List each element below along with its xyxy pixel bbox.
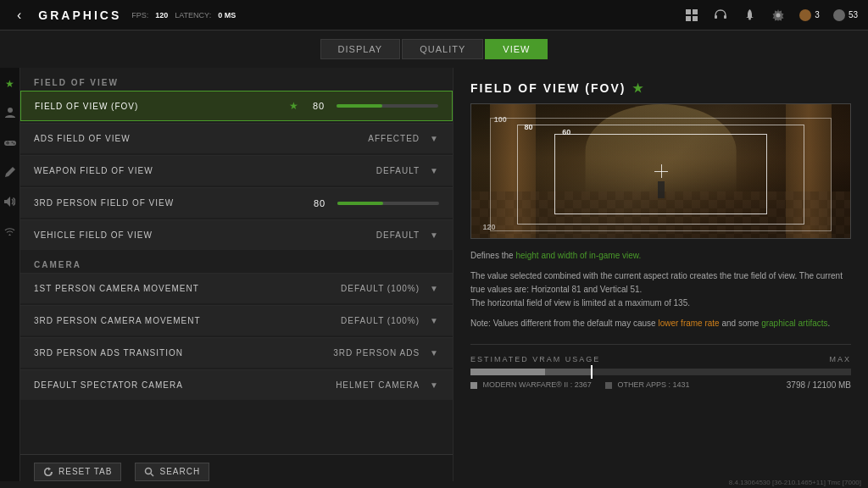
vram-section: ESTIMATED VRAM USAGE MAX MODERN WARFARE®…: [470, 344, 851, 390]
vehicle-fov-text: DEFAULT: [376, 230, 420, 240]
reset-tab-label: RESET TAB: [58, 467, 112, 476]
fov-label-80: 80: [525, 123, 533, 131]
lower-frame-rate-highlight: lower frame rate: [658, 319, 719, 328]
info-panel: FIELD OF VIEW (FOV) ★ 60 80 100 120 Defi…: [453, 68, 868, 481]
info-desc-1-highlight: height and width of in-game view.: [515, 251, 641, 260]
vram-other-label: OTHER APPS : 1431: [605, 380, 690, 390]
sidebar-icon-person[interactable]: [2, 103, 19, 125]
info-desc-3-post: .: [828, 319, 831, 328]
weapon-fov-row[interactable]: WEAPON FIELD OF VIEW DEFAULT ▼: [20, 155, 453, 186]
3p-camera-row[interactable]: 3RD PERSON CAMERA MOVEMENT DEFAULT (100%…: [20, 305, 453, 336]
svg-point-8: [799, 9, 811, 21]
notification-badge[interactable]: 3: [799, 9, 820, 21]
reset-icon: [43, 467, 53, 477]
version-text: 8.4.13064530 [36-210.1465+11] Tmc [7000]: [729, 479, 861, 486]
bell-icon[interactable]: [742, 8, 757, 23]
3p-ads-label: 3RD PERSON ADS TRANSITION: [34, 348, 333, 358]
info-desc-3-mid: and some: [720, 319, 761, 328]
sidebar-icon-star[interactable]: ★: [2, 75, 18, 93]
search-icon: [144, 467, 154, 477]
svg-point-14: [11, 141, 13, 143]
sidebar: ★: [0, 68, 20, 481]
tab-view[interactable]: VIEW: [485, 39, 548, 59]
svg-marker-17: [4, 197, 10, 207]
fov-slider-value: 80: [313, 101, 330, 111]
vram-bar: [470, 369, 851, 375]
svg-rect-0: [686, 9, 691, 14]
vram-labels: MODERN WARFARE® II : 2367 OTHER APPS : 1…: [470, 380, 851, 390]
ads-fov-row[interactable]: ADS FIELD OF VIEW AFFECTED ▼: [20, 123, 453, 153]
svg-marker-16: [5, 167, 15, 177]
vehicle-fov-arrow: ▼: [430, 230, 439, 240]
3p-ads-arrow: ▼: [430, 348, 439, 358]
weapon-fov-text: DEFAULT: [376, 166, 420, 175]
ads-fov-label: ADS FIELD OF VIEW: [34, 134, 368, 143]
topbar: ‹ GRAPHICS FPS: 120 LATENCY: 0 MS: [0, 0, 868, 30]
1p-camera-text: DEFAULT (100%): [341, 284, 420, 293]
fov-label-60: 60: [562, 128, 570, 136]
weapon-fov-label: WEAPON FIELD OF VIEW: [34, 166, 376, 175]
fov-slider-track[interactable]: [337, 104, 438, 108]
3p-camera-label: 3RD PERSON CAMERA MOVEMENT: [34, 316, 341, 325]
latency-value: 0 MS: [218, 11, 236, 19]
fov-main-row[interactable]: FIELD OF VIEW (FOV) ★ 80: [20, 91, 453, 121]
sidebar-icon-controller[interactable]: [1, 135, 19, 153]
tab-display[interactable]: DISPLAY: [320, 39, 401, 59]
1p-camera-row[interactable]: 1ST PERSON CAMERA MOVEMENT DEFAULT (100%…: [20, 273, 453, 303]
friend-badge[interactable]: 53: [833, 9, 858, 21]
svg-point-6: [748, 17, 751, 19]
tab-quality[interactable]: QUALITY: [402, 39, 483, 59]
3p-fov-track[interactable]: [337, 202, 439, 205]
weapon-fov-arrow: ▼: [430, 166, 439, 175]
gear-icon[interactable]: [771, 8, 786, 23]
topbar-left: ‹ GRAPHICS FPS: 120 LATENCY: 0 MS: [10, 4, 236, 26]
3p-fov-fill: [337, 202, 383, 205]
ads-fov-value: AFFECTED ▼: [368, 134, 439, 143]
3p-fov-row[interactable]: 3RD PERSON FIELD OF VIEW 80: [20, 187, 453, 218]
svg-point-9: [833, 9, 845, 21]
info-desc-3: Note: Values different from the default …: [470, 317, 851, 330]
headset-icon[interactable]: [713, 8, 728, 23]
vehicle-fov-row[interactable]: VEHICLE FIELD OF VIEW DEFAULT ▼: [20, 219, 453, 250]
3p-ads-row[interactable]: 3RD PERSON ADS TRANSITION 3RD PERSON ADS…: [20, 337, 453, 368]
main-content: ★: [0, 68, 868, 481]
3p-fov-num: 80: [314, 198, 331, 208]
1p-camera-arrow: ▼: [430, 284, 439, 293]
vehicle-fov-label: VEHICLE FIELD OF VIEW: [34, 230, 376, 240]
fov-slider-container[interactable]: 80: [313, 101, 438, 111]
spectator-cam-arrow: ▼: [430, 380, 439, 390]
grid-icon[interactable]: [684, 8, 699, 23]
3p-camera-arrow: ▼: [430, 316, 439, 325]
reset-tab-button[interactable]: RESET TAB: [34, 463, 121, 481]
svg-point-18: [146, 468, 152, 474]
vram-other-dot: [605, 382, 612, 389]
3p-fov-label: 3RD PERSON FIELD OF VIEW: [34, 198, 314, 208]
3p-ads-text: 3RD PERSON ADS: [333, 348, 420, 358]
vram-title: ESTIMATED VRAM USAGE: [470, 355, 600, 363]
crosshair: [654, 164, 668, 178]
fps-label: FPS:: [131, 11, 148, 19]
sidebar-icon-wifi[interactable]: [1, 223, 19, 241]
spectator-cam-row[interactable]: DEFAULT SPECTATOR CAMERA HELMET CAMERA ▼: [20, 369, 453, 400]
vram-usage-display: 3798 / 12100 MB: [787, 380, 851, 390]
3p-fov-slider[interactable]: 80: [314, 198, 439, 208]
fov-label-120: 120: [482, 223, 495, 231]
search-button[interactable]: SEARCH: [135, 463, 209, 481]
sidebar-icon-speaker[interactable]: [1, 193, 19, 213]
vram-max-label: MAX: [829, 355, 851, 363]
fov-main-label: FIELD OF VIEW (FOV): [35, 102, 289, 111]
vram-fill-other: [545, 369, 590, 375]
info-title: FIELD OF VIEW (FOV) ★: [470, 81, 851, 95]
ads-fov-text: AFFECTED: [368, 134, 420, 143]
floor-pattern: [471, 191, 850, 238]
3p-camera-value: DEFAULT (100%) ▼: [341, 316, 439, 325]
svg-rect-2: [686, 16, 691, 21]
fov-slider-fill: [337, 104, 382, 108]
info-desc-2: The value selected combined with the cur…: [470, 269, 851, 310]
settings-panel: FIELD OF VIEW FIELD OF VIEW (FOV) ★ 80 A…: [20, 68, 453, 481]
svg-rect-13: [7, 141, 8, 145]
sidebar-icon-pencil[interactable]: [2, 164, 19, 183]
svg-rect-1: [693, 9, 698, 14]
back-button[interactable]: ‹: [10, 4, 28, 26]
vehicle-fov-value: DEFAULT ▼: [376, 230, 439, 240]
